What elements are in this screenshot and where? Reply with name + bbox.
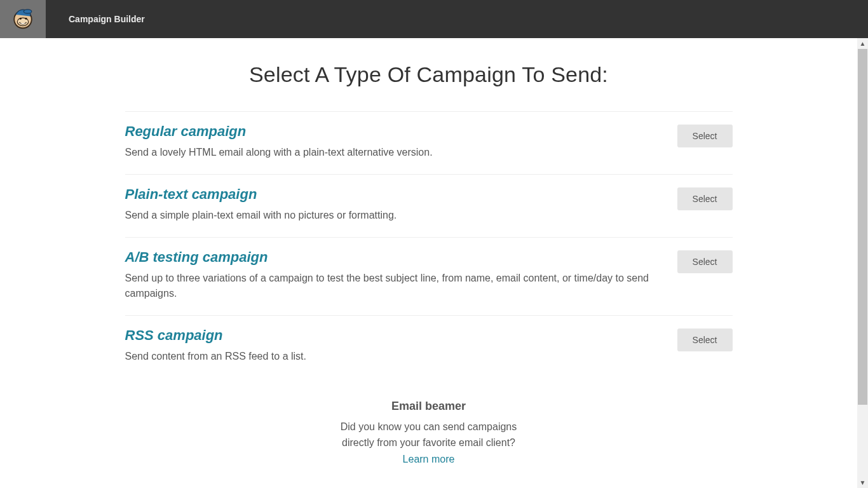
logo[interactable] — [0, 0, 46, 38]
main-content: Select A Type Of Campaign To Send: Regul… — [124, 62, 734, 465]
email-beamer-section: Email beamer Did you know you can send c… — [125, 400, 733, 465]
beamer-text: Did you know you can send campaigns dire… — [125, 419, 733, 451]
campaign-desc: Send content from an RSS feed to a list. — [125, 349, 652, 364]
top-bar: Campaign Builder — [0, 0, 868, 38]
campaign-desc: Send up to three variations of a campaig… — [125, 271, 652, 301]
breadcrumb: Campaign Builder — [69, 14, 145, 24]
campaign-title-rss[interactable]: RSS campaign — [125, 327, 652, 344]
campaign-desc: Send a lovely HTML email along with a pl… — [125, 145, 652, 160]
select-button-regular[interactable]: Select — [677, 125, 733, 147]
mailchimp-logo-icon — [10, 5, 36, 33]
scrollbar-thumb[interactable] — [858, 49, 867, 405]
campaign-title-plaintext[interactable]: Plain-text campaign — [125, 186, 652, 203]
scroll-up-arrow-icon[interactable]: ▲ — [857, 38, 868, 49]
campaign-type-abtest: A/B testing campaign Send up to three va… — [125, 237, 733, 315]
beamer-line-1: Did you know you can send campaigns — [341, 421, 517, 432]
vertical-scrollbar[interactable]: ▲ ▼ — [857, 38, 868, 488]
scroll-down-arrow-icon[interactable]: ▼ — [857, 477, 868, 488]
campaign-desc: Send a simple plain-text email with no p… — [125, 208, 652, 223]
select-button-rss[interactable]: Select — [677, 329, 733, 351]
select-button-plaintext[interactable]: Select — [677, 187, 733, 210]
svg-point-1 — [24, 10, 32, 13]
select-button-abtest[interactable]: Select — [677, 250, 733, 273]
campaign-title-abtest[interactable]: A/B testing campaign — [125, 249, 652, 266]
page-title: Select A Type Of Campaign To Send: — [125, 62, 733, 87]
campaign-title-regular[interactable]: Regular campaign — [125, 123, 652, 140]
campaign-type-plaintext: Plain-text campaign Send a simple plain-… — [125, 174, 733, 237]
content-viewport: Select A Type Of Campaign To Send: Regul… — [0, 38, 857, 488]
campaign-type-regular: Regular campaign Send a lovely HTML emai… — [125, 111, 733, 174]
svg-point-3 — [20, 18, 22, 20]
campaign-type-rss: RSS campaign Send content from an RSS fe… — [125, 315, 733, 378]
beamer-line-2: directly from your favorite email client… — [342, 437, 515, 448]
svg-point-4 — [25, 18, 27, 20]
beamer-title: Email beamer — [125, 400, 733, 413]
beamer-learn-more-link[interactable]: Learn more — [403, 454, 455, 465]
